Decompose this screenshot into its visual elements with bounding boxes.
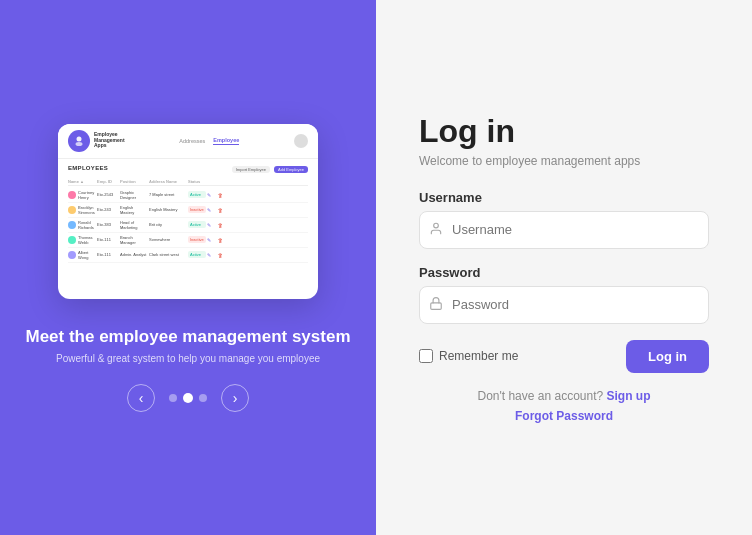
carousel-dot-2[interactable] bbox=[183, 393, 193, 403]
remember-me-label[interactable]: Remember me bbox=[419, 349, 518, 363]
remember-checkbox[interactable] bbox=[419, 349, 433, 363]
mini-nav-addresses: Addresses bbox=[179, 138, 205, 144]
remember-me-text: Remember me bbox=[439, 349, 518, 363]
password-label: Password bbox=[419, 265, 709, 280]
right-panel: Log in Welcome to employee management ap… bbox=[376, 0, 752, 535]
username-label: Username bbox=[419, 190, 709, 205]
delete-icon: 🗑 bbox=[218, 222, 223, 228]
svg-point-2 bbox=[434, 223, 439, 228]
left-panel: Employee Management Apps Addresses Emplo… bbox=[0, 0, 376, 535]
mini-body: EMPLOYEES Import Employee Add Employee N… bbox=[58, 159, 318, 269]
lock-icon bbox=[429, 296, 443, 313]
login-box: Log in Welcome to employee management ap… bbox=[419, 113, 709, 423]
login-footer: Don't have an account? Sign up Forgot Pa… bbox=[419, 389, 709, 423]
user-icon bbox=[429, 221, 443, 238]
table-row: Brooklyn Simmons Eto-243 English Mastery… bbox=[68, 203, 308, 218]
table-row: Albert Wong Eto-111 Admin. Analyst Clark… bbox=[68, 248, 308, 263]
mini-logo-text: Employee Management Apps bbox=[94, 132, 125, 149]
edit-icon: ✎ bbox=[207, 207, 211, 213]
carousel-prev-button[interactable]: ‹ bbox=[127, 384, 155, 412]
carousel-dots bbox=[169, 393, 207, 403]
password-input[interactable] bbox=[419, 286, 709, 324]
form-actions: Remember me Log in bbox=[419, 340, 709, 373]
edit-icon: ✎ bbox=[207, 252, 211, 258]
edit-icon: ✎ bbox=[207, 192, 211, 198]
mini-import-btn: Import Employee bbox=[232, 166, 270, 173]
mini-section-title: EMPLOYEES bbox=[68, 165, 108, 171]
svg-point-1 bbox=[76, 142, 83, 146]
mini-nav-employee: Employee bbox=[213, 137, 239, 145]
delete-icon: 🗑 bbox=[218, 207, 223, 213]
app-screenshot: Employee Management Apps Addresses Emplo… bbox=[58, 124, 318, 299]
mini-user-avatar bbox=[294, 134, 308, 148]
delete-icon: 🗑 bbox=[218, 252, 223, 258]
login-title: Log in bbox=[419, 113, 709, 150]
svg-rect-3 bbox=[431, 302, 442, 308]
mini-nav: Addresses Employee bbox=[179, 137, 239, 145]
svg-point-0 bbox=[77, 136, 82, 141]
mini-logo: Employee Management Apps bbox=[68, 130, 125, 152]
carousel-dot-1[interactable] bbox=[169, 394, 177, 402]
left-subtitle: Powerful & great system to help you mana… bbox=[56, 353, 320, 364]
no-account-text: Don't have an account? bbox=[477, 389, 603, 403]
edit-icon: ✎ bbox=[207, 222, 211, 228]
sign-up-link[interactable]: Sign up bbox=[607, 389, 651, 403]
table-row: Thomas Webb Eto-111 Branch Manager Somew… bbox=[68, 233, 308, 248]
table-row: Courtney Henry Eto-2543 Graphic Designer… bbox=[68, 188, 308, 203]
delete-icon: 🗑 bbox=[218, 192, 223, 198]
table-row: Ronald Richards Eto-383 Head of Marketin… bbox=[68, 218, 308, 233]
mini-add-btn: Add Employee bbox=[274, 166, 308, 173]
username-input[interactable] bbox=[419, 211, 709, 249]
carousel-next-button[interactable]: › bbox=[221, 384, 249, 412]
carousel-dot-3[interactable] bbox=[199, 394, 207, 402]
mini-toolbar: Import Employee Add Employee bbox=[232, 166, 308, 173]
delete-icon: 🗑 bbox=[218, 237, 223, 243]
mini-logo-icon bbox=[68, 130, 90, 152]
forgot-password-link[interactable]: Forgot Password bbox=[419, 409, 709, 423]
carousel-controls: ‹ › bbox=[127, 384, 249, 412]
username-input-wrapper bbox=[419, 211, 709, 249]
edit-icon: ✎ bbox=[207, 237, 211, 243]
login-button[interactable]: Log in bbox=[626, 340, 709, 373]
login-subtitle: Welcome to employee management apps bbox=[419, 154, 709, 168]
left-title: Meet the employee management system bbox=[25, 327, 350, 347]
mini-table-header: Name ▲ Emp. ID Position Address Name Sta… bbox=[68, 179, 308, 186]
password-input-wrapper bbox=[419, 286, 709, 324]
mini-header: Employee Management Apps Addresses Emplo… bbox=[58, 124, 318, 159]
